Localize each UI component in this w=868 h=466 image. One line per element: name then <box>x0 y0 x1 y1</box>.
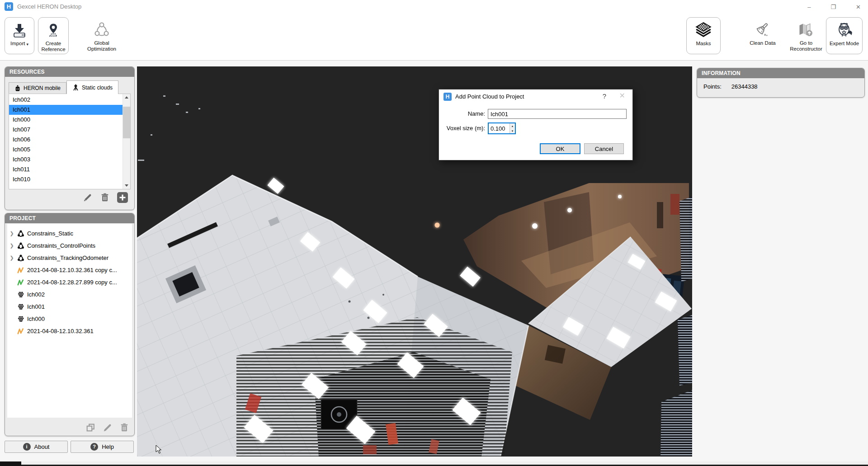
static-clouds-icon <box>72 84 79 91</box>
expand-chevron-icon[interactable]: ❯ <box>7 231 16 236</box>
edit-resource-icon[interactable] <box>83 193 93 202</box>
window-title: Gexcel HERON Desktop <box>17 3 81 10</box>
dialog-logo-icon: H <box>443 93 452 101</box>
resources-rows: Ich002Ich001Ich000Ich007Ich006Ich005Ich0… <box>9 95 123 184</box>
voxel-size-input[interactable] <box>489 123 509 133</box>
trajectory-icon <box>16 267 25 274</box>
project-tree-item[interactable]: 2021-04-08-12.10.32.361 copy c... <box>7 264 132 276</box>
project-item-label: Ich000 <box>27 315 45 322</box>
project-tree-item[interactable]: 2021-04-08-12.28.27.899 copy c... <box>7 276 132 288</box>
go-to-reconstructor-icon <box>797 19 815 40</box>
resources-list: Ich002Ich001Ich000Ich007Ich006Ich005Ich0… <box>9 94 131 189</box>
cancel-button[interactable]: Cancel <box>584 143 624 154</box>
voxel-size-stepper[interactable]: ▲ ▼ <box>488 122 516 134</box>
resources-panel: RESOURCES HERON mobile Static clouds Ich… <box>5 66 135 210</box>
resource-item[interactable]: Ich003 <box>9 155 123 165</box>
project-item-label: 2021-04-08-12.10.32.361 copy c... <box>27 267 117 273</box>
constraint-icon <box>16 254 25 262</box>
go-to-reconstructor-button[interactable]: Go to Reconstructor <box>787 17 826 54</box>
close-button[interactable]: ✕ <box>856 4 861 10</box>
constraint-icon <box>16 242 25 249</box>
resource-item[interactable]: Ich011 <box>9 165 123 174</box>
expand-chevron-icon[interactable]: ❯ <box>7 255 16 261</box>
info-icon: i <box>23 443 31 451</box>
resources-scrollbar[interactable] <box>123 94 130 189</box>
resources-panel-title: RESOURCES <box>5 67 134 77</box>
global-optimization-icon <box>94 19 110 40</box>
restore-button[interactable]: ❐ <box>830 4 836 10</box>
point-cloud-icon <box>16 291 25 298</box>
create-reference-button[interactable]: Create Reference <box>38 17 69 54</box>
project-panel-title: PROJECT <box>5 213 134 223</box>
about-button[interactable]: i About <box>5 441 68 453</box>
name-label: Name: <box>442 110 485 117</box>
resource-item[interactable]: Ich010 <box>9 174 123 184</box>
name-input[interactable] <box>488 109 627 119</box>
heron-mobile-icon <box>14 85 21 92</box>
dialog-title: Add Point Cloud to Project <box>455 93 524 100</box>
project-tree: ❯Constrains_Static❯Constraints_ControlPo… <box>7 224 132 418</box>
dialog-close-button[interactable]: ✕ <box>619 91 625 100</box>
constraint-icon <box>16 230 25 237</box>
expert-mode-button[interactable]: Expert Mode <box>826 17 863 54</box>
project-tree-item[interactable]: Ich000 <box>7 313 132 325</box>
project-tree-item[interactable]: Ich001 <box>7 301 132 313</box>
resource-item[interactable]: Ich007 <box>9 125 123 135</box>
project-item-label: Constraints_ControlPoints <box>27 242 95 249</box>
import-dropdown-icon[interactable]: ▾ <box>27 42 29 47</box>
project-tree-item[interactable]: Ich002 <box>7 288 132 301</box>
ok-button[interactable]: OK <box>540 143 580 154</box>
add-resource-icon[interactable] <box>117 192 128 203</box>
voxel-size-label: Voxel size (m): <box>442 125 485 132</box>
project-item-label: 2021-04-08-12.28.27.899 copy c... <box>27 279 117 286</box>
project-item-label: Constrains_Static <box>27 230 73 237</box>
project-item-label: Ich001 <box>27 303 45 310</box>
clean-data-button[interactable]: Clean Data <box>744 17 781 54</box>
global-optimization-button[interactable]: Global Optimization <box>83 17 121 54</box>
trajectory-icon <box>16 328 25 335</box>
project-item-label: Constraints_TrackingOdometer <box>27 254 108 261</box>
delete-item-icon[interactable] <box>120 423 129 433</box>
tab-heron-mobile[interactable]: HERON mobile <box>9 82 66 94</box>
taskbar-start-area[interactable] <box>0 461 21 466</box>
spin-down-icon[interactable]: ▼ <box>510 128 515 133</box>
information-panel: INFORMATION Points: 26344338 <box>697 68 865 98</box>
application-window: H Gexcel HERON Desktop – ❐ ✕ Import▾ Cre… <box>0 0 868 466</box>
expand-chevron-icon[interactable]: ❯ <box>7 243 16 249</box>
title-bar: H Gexcel HERON Desktop – ❐ ✕ <box>0 0 868 14</box>
create-reference-icon <box>46 20 61 41</box>
delete-resource-icon[interactable] <box>100 193 109 202</box>
import-button[interactable]: Import▾ <box>5 17 34 54</box>
resource-item[interactable]: Ich002 <box>9 95 123 105</box>
resource-item[interactable]: Ich005 <box>9 145 123 155</box>
spin-up-icon[interactable]: ▲ <box>510 123 515 128</box>
expert-mode-icon <box>836 20 853 41</box>
project-tree-item[interactable]: ❯Constraints_TrackingOdometer <box>7 252 132 264</box>
add-point-cloud-dialog: H Add Point Cloud to Project ? ✕ Name: V… <box>439 89 633 160</box>
scrollbar-thumb[interactable] <box>123 107 130 138</box>
edit-item-icon[interactable] <box>103 423 113 433</box>
scroll-down-icon[interactable] <box>123 182 130 189</box>
minimize-button[interactable]: – <box>807 4 811 10</box>
scroll-up-icon[interactable] <box>123 94 130 101</box>
resource-item[interactable]: Ich001 <box>9 105 123 115</box>
project-tree-item[interactable]: 2021-04-08-12.10.32.361 <box>7 325 132 337</box>
taskbar-strip[interactable] <box>0 461 868 466</box>
project-tree-item[interactable]: ❯Constraints_ControlPoints <box>7 240 132 252</box>
tab-static-clouds[interactable]: Static clouds <box>66 80 118 94</box>
masks-button[interactable]: Masks <box>686 17 721 54</box>
project-tree-item[interactable]: ❯Constrains_Static <box>7 227 132 240</box>
information-panel-title: INFORMATION <box>697 68 864 78</box>
point-cloud-icon <box>16 303 25 311</box>
app-logo-icon: H <box>5 2 13 11</box>
point-cloud-icon <box>16 315 25 323</box>
resource-item[interactable]: Ich000 <box>9 115 123 125</box>
points-label: Points: <box>703 83 722 90</box>
project-item-label: 2021-04-08-12.10.32.361 <box>27 328 94 334</box>
resource-item[interactable]: Ich006 <box>9 135 123 145</box>
help-button[interactable]: ? Help <box>71 441 134 453</box>
resources-tabs: HERON mobile Static clouds <box>9 80 118 94</box>
duplicate-item-icon[interactable] <box>85 423 95 433</box>
taskbar-body <box>21 461 868 466</box>
dialog-help-button[interactable]: ? <box>603 92 606 100</box>
